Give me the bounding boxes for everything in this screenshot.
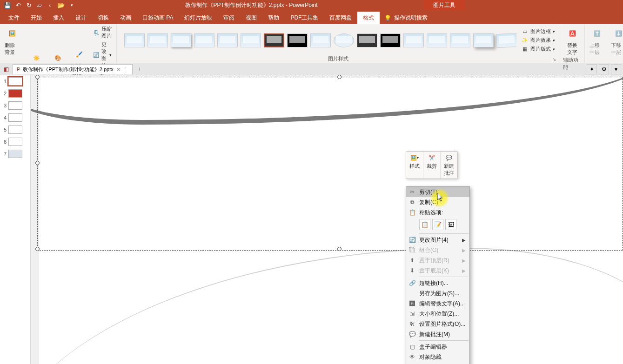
tab-home[interactable]: 开始 <box>25 12 47 24</box>
document-tab[interactable]: P 教你制作《PPT制作倒计时功能》2.pptx ✕ ⋮ <box>13 64 133 74</box>
picture-styles-gallery[interactable]: ▴ ▾ ⋯ <box>120 29 516 52</box>
picture-style-1[interactable] <box>124 33 145 47</box>
tab-view[interactable]: 视图 <box>240 12 262 24</box>
send-back-icon: ⬇ <box>408 267 416 274</box>
save-icon[interactable]: 💾 <box>3 0 12 10</box>
ctx-hyperlink[interactable]: 🔗 超链接(H)... <box>406 278 469 288</box>
tab-transitions[interactable]: 切换 <box>92 12 114 24</box>
slide-thumb-3[interactable]: 3 <box>0 99 30 112</box>
paste-option-3[interactable]: 🖼 <box>445 219 456 230</box>
mini-style-button[interactable]: 🖼️▾ 样式 <box>406 152 423 179</box>
qat-more-icon[interactable]: ▾ <box>67 0 76 10</box>
picture-style-10[interactable] <box>334 33 354 47</box>
add-tab-button[interactable]: ＋ <box>134 64 145 74</box>
right-tool-settings-icon[interactable]: ⚙ <box>599 64 609 74</box>
tab-format[interactable]: 格式 <box>357 12 380 24</box>
alt-text-button[interactable]: 🅰️ 替换 文字 <box>563 25 582 57</box>
tab-baidu[interactable]: 百度网盘 <box>324 12 357 24</box>
sel-handle-sw[interactable] <box>35 247 40 251</box>
slide-thumb-2[interactable]: 2 <box>0 87 30 99</box>
right-tool-1-icon[interactable]: ✦ <box>587 64 597 74</box>
picture-style-2[interactable] <box>147 33 168 47</box>
tab-insert[interactable]: 插入 <box>47 12 70 24</box>
start-slideshow-icon[interactable]: ▱ <box>35 0 44 10</box>
picture-style-5[interactable] <box>217 33 238 47</box>
remove-background-button[interactable]: 🖼️ 删除背景 <box>3 25 21 57</box>
close-tab-icon[interactable]: ✕ <box>116 66 121 73</box>
bring-forward-button[interactable]: ⬆️ 上移一层 <box>588 25 606 57</box>
mini-crop-button[interactable]: ✂️ 裁剪 <box>423 152 441 179</box>
ctx-save-as-picture[interactable]: 另存为图片(S)... <box>406 288 469 298</box>
ctx-change-picture[interactable]: 🔄 更改图片(4) ▶ <box>406 235 469 245</box>
doctab-list-icon[interactable]: ◧ <box>2 66 11 73</box>
ctx-edit-alt-text[interactable]: 🅰 编辑替换文字(A)... <box>406 298 469 309</box>
ctx-format-picture[interactable]: 🛠 设置图片格式(O)... <box>406 319 469 329</box>
slide-thumb-7[interactable]: 7 <box>0 148 30 160</box>
tab-help[interactable]: 帮助 <box>262 12 285 24</box>
sel-handle-w[interactable] <box>35 161 40 165</box>
mini-comment-icon: 💬 <box>443 153 455 162</box>
tell-me[interactable]: 💡 操作说明搜索 <box>380 12 432 24</box>
slide-thumb-4[interactable]: 4 <box>0 112 30 124</box>
slide-editor[interactable]: 🖼️▾ 样式 ✂️ 裁剪 💬 新建 批注 ✂ 剪切(T) ⧉ 复制(C) <box>31 75 623 364</box>
styles-dialog-launcher-icon[interactable]: ↘ <box>552 57 556 62</box>
picture-style-7[interactable] <box>264 33 284 47</box>
picture-style-12[interactable] <box>380 33 401 47</box>
send-backward-button[interactable]: ⬇️ 下移一层 <box>609 25 623 57</box>
ctx-copy[interactable]: ⧉ 复制(C) <box>406 197 469 207</box>
picture-effects-button[interactable]: ✨ 图片效果▾ <box>519 36 557 45</box>
remove-bg-icon: 🖼️ <box>5 26 20 41</box>
picture-layout-button[interactable]: ▦ 图片版式▾ <box>519 45 557 53</box>
right-tool-dropdown-icon[interactable]: ▾ <box>611 64 621 74</box>
mini-crop-icon: ✂️ <box>426 153 437 162</box>
tab-menu-icon[interactable]: ⋮ <box>123 66 128 73</box>
slide-thumb-1[interactable]: 1 <box>0 75 30 87</box>
slide-thumb-5[interactable]: 5 <box>0 124 30 136</box>
mini-crop-label: 裁剪 <box>427 163 437 170</box>
mini-new-comment-button[interactable]: 💬 新建 批注 <box>441 152 457 179</box>
picture-style-3[interactable] <box>171 33 191 47</box>
picture-style-9[interactable] <box>310 33 331 47</box>
sel-handle-s[interactable] <box>337 247 342 251</box>
picture-style-16[interactable] <box>473 33 494 47</box>
slide-thumb-6[interactable]: 6 <box>0 136 30 148</box>
ctx-change-picture-label: 更改图片(4) <box>419 236 449 244</box>
tab-design[interactable]: 设计 <box>70 12 92 24</box>
tab-animations[interactable]: 动画 <box>114 12 137 24</box>
slide-thumbnails-panel[interactable]: 1 2 3 4 5 6 7 <box>0 75 31 364</box>
compress-pictures-button[interactable]: 🗜️ 压缩图片 <box>91 25 114 40</box>
submenu-arrow-icon: ▶ <box>462 268 466 273</box>
tab-pocket[interactable]: 口袋动画 PA <box>137 12 179 24</box>
picture-style-8[interactable] <box>287 33 308 47</box>
submenu-arrow-icon: ▶ <box>462 258 466 263</box>
picture-style-6[interactable] <box>241 33 261 47</box>
tab-slideshow[interactable]: 幻灯片放映 <box>179 12 218 24</box>
tab-review[interactable]: 审阅 <box>218 12 240 24</box>
picture-style-15[interactable] <box>450 33 470 47</box>
paste-option-2[interactable]: 📝 <box>432 219 443 230</box>
ctx-sep-2 <box>419 277 469 277</box>
tab-pdf[interactable]: PDF工具集 <box>285 12 324 24</box>
undo-icon[interactable]: ↶ <box>13 0 23 10</box>
picture-style-17[interactable] <box>496 33 516 47</box>
effects-icon: ✨ <box>521 37 529 44</box>
picture-border-button[interactable]: ▭ 图片边框▾ <box>519 27 557 36</box>
ctx-box-editor[interactable]: ▢ 盒子编辑器 <box>406 342 469 352</box>
picture-style-13[interactable] <box>403 33 424 47</box>
main-area: 1 2 3 4 5 6 7 🖼️▾ 样式 ✂️ 裁剪 <box>0 75 623 364</box>
ctx-box-editor-label: 盒子编辑器 <box>419 343 447 351</box>
new-icon[interactable]: ▫ <box>46 0 55 10</box>
border-icon: ▭ <box>521 28 529 35</box>
picture-style-14[interactable] <box>427 33 447 47</box>
ctx-new-comment[interactable]: 💬 新建批注(M) <box>406 329 469 339</box>
paste-option-1[interactable]: 📋 <box>419 219 430 230</box>
picture-style-4[interactable] <box>194 33 214 47</box>
open-icon[interactable]: 📂 <box>56 0 66 10</box>
ctx-object-lock[interactable]: 🔒 对象加锁 <box>406 362 469 364</box>
tab-file[interactable]: 文件 <box>3 12 25 24</box>
picture-style-11[interactable] <box>357 33 377 47</box>
redo-icon[interactable]: ↻ <box>24 0 33 10</box>
ctx-cut[interactable]: ✂ 剪切(T) <box>406 187 469 197</box>
ctx-object-hide[interactable]: 👁 对象隐藏 <box>406 352 469 362</box>
ctx-size-position[interactable]: ⇲ 大小和位置(Z)... <box>406 309 469 319</box>
